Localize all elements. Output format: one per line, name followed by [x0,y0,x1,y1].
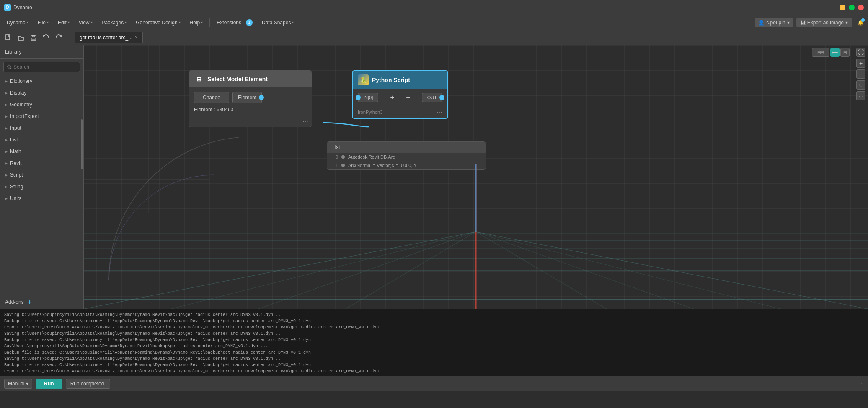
expand-icon: ▶ [5,150,8,154]
change-button[interactable]: Change [194,92,229,103]
chevron-down-icon: ▾ [292,21,294,24]
expand-icon: ▶ [5,115,8,118]
new-file-button[interactable] [3,33,13,43]
sidebar-item-list[interactable]: ▶ List [0,134,83,146]
grid-svg [84,164,868,309]
zoom-extra-button[interactable]: ⛶ [856,91,865,100]
fullscreen-button[interactable]: ⛶ [856,48,865,57]
canvas-tool-wire[interactable]: ⟷ [830,48,840,57]
notifications-bell[interactable]: 🔔 [855,18,865,28]
resize-handle[interactable]: ⋮ [860,381,864,386]
chevron-down-icon: ▾ [845,20,848,26]
sidebar-footer[interactable]: Add-ons + [0,295,83,309]
redo-button[interactable] [54,33,64,43]
sidebar-items: ▶ Dictionary ▶ Display ▶ Geometry ▶ Impo… [0,75,83,295]
run-button[interactable]: Run [36,379,62,389]
chevron-down-icon: ▾ [787,20,790,26]
window-controls [840,5,864,10]
element-value: Element : 630463 [194,107,307,113]
menu-separator [209,18,210,27]
menu-data-shapes[interactable]: Data Shapes ▾ [258,18,298,27]
chevron-down-icon: ▾ [27,21,28,24]
zoom-out-button[interactable]: − [856,69,865,79]
chevron-down-icon: ▾ [201,21,203,24]
sidebar-header: Library [0,45,83,59]
sidebar-item-geometry[interactable]: ▶ Geometry [0,99,83,110]
menu-edit[interactable]: Edit ▾ [54,18,74,27]
python-script-node: 🐍 Python Script IN[0] + − OUT IronPython… [352,70,448,119]
list-bullet-icon [341,155,345,159]
menu-dynamo[interactable]: Dynamo ▾ [3,18,33,27]
zoom-in-button[interactable]: + [856,59,865,68]
chevron-down-icon: ▾ [26,381,28,387]
menu-file[interactable]: File ▾ [34,18,53,27]
menu-right: 👤 c.poupin ▾ 🖼 Export as Image ▾ 🔔 [755,18,865,28]
undo-button[interactable] [41,33,51,43]
chevron-down-icon: ▾ [125,21,127,24]
console-line: Saving C:\Users\poupincyril1\AppData\Roa… [4,356,864,362]
svg-line-5 [10,68,11,69]
console-line: Saving C:\Users\poupincyril1\AppData\Roa… [4,312,864,318]
search-box[interactable] [3,62,80,72]
user-button[interactable]: 👤 c.poupin ▾ [755,18,793,27]
menu-generative-design[interactable]: Generative Design ▾ [132,18,184,27]
open-file-button[interactable] [16,33,26,43]
canvas-area[interactable]: ⊞ Select Model Element Change Element El… [84,45,868,309]
svg-point-4 [8,65,10,68]
sidebar-item-importexport[interactable]: ▶ ImportExport [0,110,83,122]
sidebar-item-dictionary[interactable]: ▶ Dictionary [0,75,83,87]
minimize-button[interactable] [840,5,845,10]
tab-close-button[interactable]: × [135,35,137,40]
element-output-port: Element [232,92,262,103]
sidebar-item-units[interactable]: ▶ Units [0,192,83,204]
zoom-controls: ⛶ + − ⊡ ⛶ [856,48,865,100]
sidebar-item-script[interactable]: ▶ Script [0,169,83,181]
canvas-tool-grid[interactable]: ⊞⊟ [812,48,829,57]
sidebar-item-revit[interactable]: ▶ Revit [0,157,83,169]
maximize-button[interactable] [849,5,855,10]
export-image-button[interactable]: 🖼 Export as Image ▾ [796,18,852,27]
fit-to-screen-button[interactable]: ⊡ [856,80,865,90]
menu-packages[interactable]: Packages ▾ [98,18,131,27]
node-header: ⊞ Select Model Element [189,71,312,87]
close-button[interactable] [858,5,864,10]
expand-icon: ▶ [5,138,8,142]
console-line: Backup file is saved: C:\Users\poupincyr… [4,349,864,356]
python-input-port: IN[0] [358,93,378,102]
sidebar-item-display[interactable]: ▶ Display [0,87,83,99]
add-port-button[interactable]: + [390,94,394,101]
search-input[interactable] [13,64,76,70]
more-options-button[interactable]: ⋯ [302,118,308,125]
tab-main[interactable]: get radius center arc_... × [75,32,143,43]
notification-badge: 1 [246,19,253,26]
select-model-element-node: ⊞ Select Model Element Change Element El… [189,70,312,127]
sidebar-item-string[interactable]: ▶ String [0,181,83,192]
sidebar-item-input[interactable]: ▶ Input [0,122,83,134]
add-addon-button[interactable]: + [26,299,33,305]
python-more-button[interactable]: ⋯ [437,109,442,115]
canvas-tool-layout[interactable]: ⊞ [840,48,850,57]
export-icon: 🖼 [801,20,806,26]
python-logo: 🐍 [358,74,369,85]
sidebar-item-math[interactable]: ▶ Math [0,146,83,157]
console-line: Backup file is saved: C:\Users\poupincyr… [4,337,864,343]
tab-bar: get radius center arc_... × [75,32,143,43]
menu-view[interactable]: View ▾ [75,18,97,27]
run-status-badge: Run completed. [66,379,110,389]
menu-extensions[interactable]: Extensions 1 [212,18,257,28]
sidebar-scrollbar[interactable] [81,119,83,169]
menu-bar: Dynamo ▾ File ▾ Edit ▾ View ▾ Packages ▾… [0,15,868,30]
menu-help[interactable]: Help ▾ [186,18,207,27]
canvas-icon-group: ⊞⊟ ⟷ ⊞ [812,48,850,57]
console-line: Export E:\CYRIL_PERSO\DOC&CATALOGUES2\DV… [4,324,864,331]
run-mode-select[interactable]: Manual ▾ [4,379,32,389]
canvas-toolbar: ⊞⊟ ⟷ ⊞ [812,48,850,57]
output-port [259,95,264,100]
search-icon [7,64,12,69]
node-footer: ⋯ [189,117,312,127]
console-line: Backup file is saved: C:\Users\poupincyr… [4,362,864,368]
python-output-port: OUT [422,93,442,102]
console-line: Backup file is saved: C:\Users\poupincyr… [4,318,864,324]
remove-port-button[interactable]: − [406,94,410,101]
save-file-button[interactable] [28,33,39,43]
